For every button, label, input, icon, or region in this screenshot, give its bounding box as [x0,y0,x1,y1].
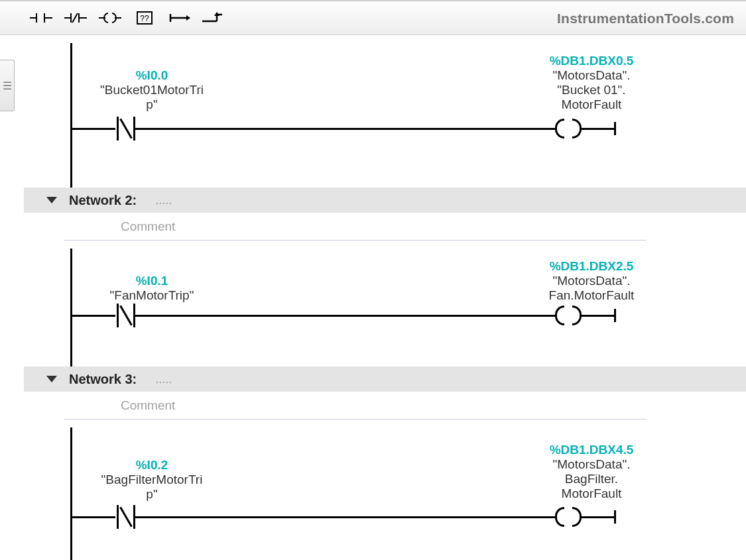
contact-symbol: p" [82,487,221,502]
contact-address: %I0.0 [82,68,221,83]
contact-symbol: p" [82,97,221,112]
wire [580,516,614,518]
contact-address: %I0.2 [82,458,221,473]
coil-symbol: MotorFault [508,97,675,112]
toolbar: ?? InstrumentationTools.com [0,1,746,35]
coil-icon[interactable] [559,306,578,325]
coil-symbol: "MotorsData". [508,457,675,472]
nc-contact-icon[interactable] [117,306,135,325]
coil-address: %DB1.DBX4.5 [508,443,675,457]
rung-end [614,309,616,322]
coil-symbol: BagFilter. [508,472,675,486]
wire [72,516,115,518]
collapse-caret-icon[interactable] [46,376,57,382]
coil-symbol: Fan.MotorFault [508,288,675,303]
open-branch-button[interactable] [163,5,195,31]
wire [135,128,557,130]
ladder-editor: %I0.0 "Bucket01MotorTri p" %DB1.DBX0.5 "… [24,35,746,560]
network-1-rung: %I0.0 "Bucket01MotorTri p" %DB1.DBX0.5 "… [24,35,746,188]
network-dots: ..... [155,194,172,207]
network-dots: ..... [155,372,172,386]
rung-end [614,122,616,135]
nc-contact-icon[interactable] [117,119,135,139]
network-3-header[interactable]: Network 3: ..... [24,366,746,392]
contact-symbol: "BagFilterMotorTri [82,473,221,487]
watermark-text: InstrumentationTools.com [557,11,734,27]
insert-nc-contact-button[interactable] [60,5,92,31]
wire [72,128,115,130]
coil-symbol: "Bucket 01". [508,83,675,97]
side-panel-toggle[interactable]: ☰ [0,60,15,111]
power-rail [70,427,72,560]
svg-marker-15 [186,15,190,21]
wire [72,315,115,317]
contact-symbol: "FanMotorTrip" [82,288,221,303]
contact-address: %I0.1 [82,274,221,288]
power-rail [70,43,72,188]
network-title: Network 3: [69,372,137,387]
insert-no-contact-button[interactable] [25,5,57,31]
wire [580,128,614,130]
wire [135,516,557,518]
coil-symbol: MotorFault [508,486,675,501]
wire [580,315,614,317]
power-rail [70,249,72,366]
coil-symbol: "MotorsData". [508,274,675,288]
svg-line-7 [72,13,78,23]
comment-placeholder: Comment [121,398,175,413]
network-title: Network 2: [69,193,137,208]
coil-address: %DB1.DBX2.5 [508,259,675,274]
insert-coil-button[interactable] [94,5,126,31]
coil-symbol: "MotorsData". [508,68,675,83]
nc-contact-icon[interactable] [117,507,135,527]
network-3-rung: %I0.2 "BagFilterMotorTri p" %DB1.DBX4.5 … [24,420,746,560]
coil-icon[interactable] [559,119,578,139]
close-branch-button[interactable] [198,5,229,31]
wire [135,315,557,317]
insert-box-button[interactable]: ?? [129,5,160,31]
network-2-comment[interactable]: Comment [64,213,647,241]
network-2-header[interactable]: Network 2: ..... [24,188,746,213]
collapse-caret-icon[interactable] [46,197,57,203]
contact-symbol: "Bucket01MotorTri [82,83,221,97]
network-2-rung: %I0.1 "FanMotorTrip" %DB1.DBX2.5 "Motors… [24,241,746,366]
rung-end [614,510,616,524]
network-3-comment[interactable]: Comment [64,392,647,420]
comment-placeholder: Comment [121,219,175,234]
coil-icon[interactable] [559,507,578,527]
coil-address: %DB1.DBX0.5 [508,54,675,68]
svg-text:??: ?? [140,14,149,23]
